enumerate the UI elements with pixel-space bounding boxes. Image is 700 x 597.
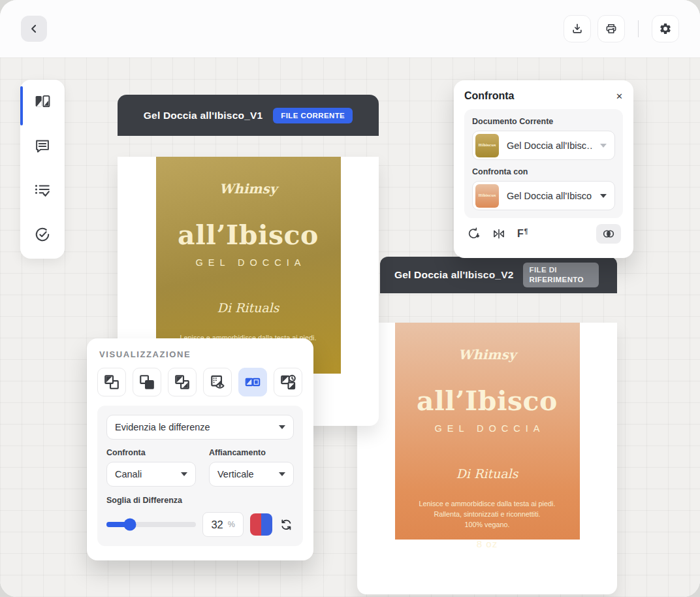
dropdown-value: Evidenzia le differenze	[115, 422, 210, 432]
document-title: Gel Doccia all'Ibisco_V1	[144, 110, 263, 121]
toolbar-divider	[638, 20, 639, 37]
label-byline: Di Rituals	[156, 300, 341, 315]
view-mode-overlay-a-button[interactable]	[97, 368, 126, 396]
threshold-controls: 32 %	[106, 512, 294, 537]
dropdown-value: Gel Doccia all'Ibisco	[507, 191, 592, 201]
rotate-icon	[466, 227, 481, 241]
chevron-down-icon	[279, 425, 285, 429]
text-compare-button[interactable]: F¶	[517, 229, 528, 239]
status-badge-current: FILE CORRENTE	[273, 108, 353, 123]
sidebar-item-approve[interactable]	[34, 226, 51, 243]
compare-pages-icon	[34, 93, 51, 110]
view-mode-side-by-side-button[interactable]	[238, 368, 267, 396]
label-subtitle: GEL DOCCIA	[395, 423, 580, 434]
label-subtitle: GEL DOCCIA	[156, 257, 341, 268]
flip-horizontal-icon	[492, 227, 506, 241]
chevron-down-icon	[600, 144, 607, 148]
document-thumbnail-gold: Hibiscus	[475, 134, 499, 157]
overlay-b-icon	[138, 374, 155, 391]
document-current-header: Gel Doccia all'Ibisco_V1 FILE CORRENTE	[118, 95, 379, 136]
overlap-circles-icon	[601, 227, 616, 241]
sidebar-item-compare[interactable]	[34, 93, 51, 110]
flip-horizontal-button[interactable]	[492, 227, 506, 241]
tool-sidebar	[20, 80, 65, 259]
gear-icon	[659, 22, 672, 35]
layout-label: Affiancamento	[209, 448, 294, 457]
rotate-button[interactable]	[466, 227, 481, 241]
threshold-value-input[interactable]: 32 %	[202, 512, 244, 537]
label-brand: Whimsy	[156, 181, 341, 197]
refresh-button[interactable]	[279, 517, 294, 532]
side-by-side-icon	[244, 374, 261, 391]
compare-panel-body: Documento Corrente Hibiscus Gel Doccia a…	[464, 109, 623, 218]
diff-color-swatch-button[interactable]	[250, 513, 272, 536]
compare-tools-row: F¶	[464, 224, 623, 244]
status-badge-reference: FILE DI RIFERIMENTO	[523, 263, 599, 287]
view-panel-body: Evidenzia le differenze Confronta Canali…	[97, 406, 303, 546]
workspace-canvas: Gel Doccia all'Ibisco_V1 FILE CORRENTE W…	[0, 57, 700, 597]
text-compare-icon: F	[517, 229, 524, 239]
threshold-label: Soglia di Differenza	[106, 496, 294, 505]
product-label-orange: Whimsy all’Ibisco GEL DOCCIA Di Rituals …	[395, 323, 580, 540]
dropdown-value: Gel Doccia all'Ibisc…	[507, 140, 592, 151]
refresh-icon	[279, 517, 294, 532]
view-panel-title: VISUALIZZAZIONE	[99, 349, 303, 359]
label-description: Lenisce e ammorbidisce dalla testa ai pi…	[395, 498, 580, 530]
compare-mode-dropdown[interactable]: Canali	[106, 462, 196, 487]
active-tab-indicator	[20, 86, 23, 125]
chevron-down-icon	[279, 472, 285, 476]
document-reference: Gel Doccia all'Ibisco_V2 FILE DI RIFERIM…	[357, 257, 617, 594]
chevron-left-icon	[27, 22, 40, 35]
overlap-toggle-button[interactable]	[596, 224, 621, 244]
compare-with-dropdown[interactable]: Hibiscus Gel Doccia all'Ibisco	[472, 181, 615, 210]
highlight-differences-dropdown[interactable]: Evidenzia le differenze	[106, 415, 294, 440]
threshold-slider[interactable]	[106, 522, 196, 527]
dropdown-value: Verticale	[217, 469, 254, 479]
download-icon	[571, 22, 584, 35]
label-size: 8 oz	[395, 538, 580, 549]
panel-title: Confronta	[464, 90, 514, 102]
toolbar-actions	[564, 15, 679, 42]
document-title: Gel Doccia all'Ibisco_V2	[394, 269, 514, 281]
label-title: all’Ibisco	[395, 385, 580, 417]
sidebar-item-checklist[interactable]	[34, 182, 51, 199]
document-reference-page[interactable]: Whimsy all’Ibisco GEL DOCCIA Di Rituals …	[357, 323, 617, 594]
document-thumbnail-orange: Hibiscus	[475, 184, 499, 208]
checklist-icon	[34, 182, 51, 199]
current-document-label: Documento Corrente	[472, 117, 615, 126]
compare-panel-header: Confronta ✕	[464, 90, 623, 102]
top-toolbar	[0, 0, 700, 57]
overlay-both-icon	[174, 374, 191, 391]
document-reference-header: Gel Doccia all'Ibisco_V2 FILE DI RIFERIM…	[380, 257, 617, 293]
swatch-red	[250, 513, 261, 536]
view-mode-row	[97, 368, 303, 396]
label-brand: Whimsy	[395, 347, 580, 363]
compare-panel: Confronta ✕ Documento Corrente Hibiscus …	[454, 80, 633, 258]
slider-thumb[interactable]	[123, 519, 136, 531]
view-mode-overlay-b-button[interactable]	[133, 368, 161, 396]
current-document-dropdown[interactable]: Hibiscus Gel Doccia all'Ibisc…	[472, 131, 615, 160]
settings-button[interactable]	[652, 15, 679, 42]
sidebar-item-comments[interactable]	[34, 137, 51, 154]
pixel-eye-icon	[209, 374, 226, 391]
compare-with-label: Confronta con	[472, 167, 615, 176]
dropdown-value: Canali	[115, 469, 142, 479]
swatch-blue	[261, 513, 272, 536]
compare-app-window: Gel Doccia all'Ibisco_V1 FILE CORRENTE W…	[0, 0, 700, 597]
view-mode-pixel-diff-button[interactable]	[203, 368, 232, 396]
history-icon	[279, 374, 296, 391]
check-circle-icon	[34, 226, 51, 243]
chevron-down-icon	[181, 472, 187, 476]
comment-icon	[34, 137, 51, 154]
download-button[interactable]	[564, 15, 591, 42]
view-mode-overlay-both-button[interactable]	[168, 368, 197, 396]
label-title: all’Ibisco	[156, 219, 341, 251]
threshold-unit: %	[228, 520, 235, 529]
back-button[interactable]	[21, 16, 47, 42]
view-mode-history-button[interactable]	[274, 368, 302, 396]
label-byline: Di Rituals	[395, 466, 580, 481]
print-button[interactable]	[597, 15, 625, 42]
view-panel: VISUALIZZAZIONE	[87, 338, 313, 560]
layout-dropdown[interactable]: Verticale	[209, 462, 294, 487]
close-icon[interactable]: ✕	[616, 92, 623, 101]
